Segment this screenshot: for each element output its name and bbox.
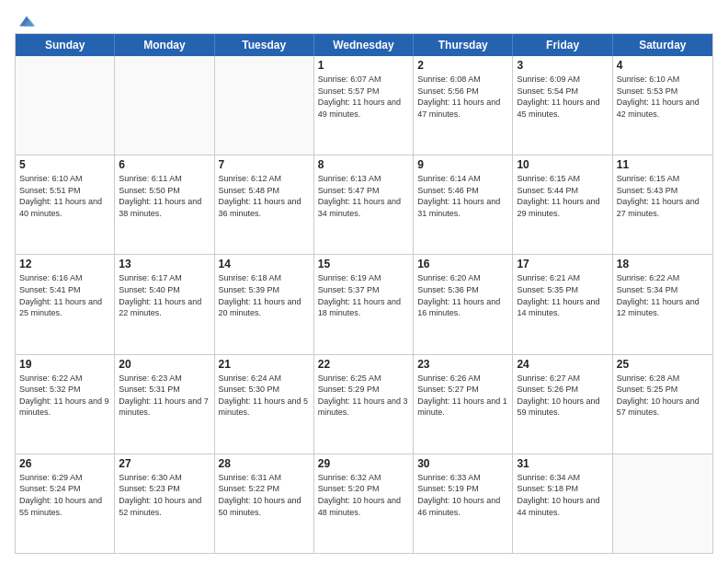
day-number: 1 bbox=[318, 59, 409, 72]
calendar-day-cell: 19Sunrise: 6:22 AM Sunset: 5:32 PM Dayli… bbox=[16, 355, 115, 454]
calendar-header-cell: Wednesday bbox=[314, 34, 414, 56]
day-number: 3 bbox=[517, 59, 608, 72]
calendar-header-cell: Sunday bbox=[16, 34, 115, 56]
calendar-day-cell: 12Sunrise: 6:16 AM Sunset: 5:41 PM Dayli… bbox=[16, 255, 115, 353]
day-number: 6 bbox=[119, 158, 210, 171]
day-info: Sunrise: 6:15 AM Sunset: 5:44 PM Dayligh… bbox=[517, 173, 608, 219]
calendar-day-cell: 11Sunrise: 6:15 AM Sunset: 5:43 PM Dayli… bbox=[613, 155, 712, 254]
calendar-week-row: 5Sunrise: 6:10 AM Sunset: 5:51 PM Daylig… bbox=[16, 155, 712, 255]
calendar-day-cell: 30Sunrise: 6:33 AM Sunset: 5:19 PM Dayli… bbox=[414, 454, 513, 553]
day-info: Sunrise: 6:22 AM Sunset: 5:32 PM Dayligh… bbox=[19, 373, 110, 419]
day-info: Sunrise: 6:32 AM Sunset: 5:20 PM Dayligh… bbox=[318, 472, 409, 518]
day-info: Sunrise: 6:11 AM Sunset: 5:50 PM Dayligh… bbox=[119, 173, 210, 219]
calendar: SundayMondayTuesdayWednesdayThursdayFrid… bbox=[15, 33, 713, 554]
day-info: Sunrise: 6:31 AM Sunset: 5:22 PM Dayligh… bbox=[219, 472, 310, 518]
calendar-day-cell: 29Sunrise: 6:32 AM Sunset: 5:20 PM Dayli… bbox=[314, 454, 414, 553]
day-number: 27 bbox=[119, 457, 210, 470]
day-info: Sunrise: 6:26 AM Sunset: 5:27 PM Dayligh… bbox=[417, 373, 508, 419]
day-number: 28 bbox=[219, 457, 310, 470]
day-info: Sunrise: 6:10 AM Sunset: 5:53 PM Dayligh… bbox=[617, 74, 709, 120]
day-info: Sunrise: 6:19 AM Sunset: 5:37 PM Dayligh… bbox=[318, 272, 409, 318]
calendar-day-cell: 2Sunrise: 6:08 AM Sunset: 5:56 PM Daylig… bbox=[414, 56, 513, 155]
day-info: Sunrise: 6:17 AM Sunset: 5:40 PM Dayligh… bbox=[119, 272, 210, 318]
day-info: Sunrise: 6:14 AM Sunset: 5:46 PM Dayligh… bbox=[417, 173, 508, 219]
calendar-day-cell: 21Sunrise: 6:24 AM Sunset: 5:30 PM Dayli… bbox=[215, 355, 314, 454]
calendar-day-cell: 24Sunrise: 6:27 AM Sunset: 5:26 PM Dayli… bbox=[513, 355, 612, 454]
day-number: 7 bbox=[219, 158, 310, 171]
day-info: Sunrise: 6:13 AM Sunset: 5:47 PM Dayligh… bbox=[318, 173, 409, 219]
calendar-day-cell: 15Sunrise: 6:19 AM Sunset: 5:37 PM Dayli… bbox=[314, 255, 414, 353]
day-info: Sunrise: 6:20 AM Sunset: 5:36 PM Dayligh… bbox=[417, 272, 508, 318]
day-info: Sunrise: 6:15 AM Sunset: 5:43 PM Dayligh… bbox=[617, 173, 709, 219]
calendar-week-row: 1Sunrise: 6:07 AM Sunset: 5:57 PM Daylig… bbox=[16, 56, 712, 155]
day-number: 26 bbox=[19, 457, 110, 470]
day-number: 9 bbox=[417, 158, 508, 171]
day-number: 18 bbox=[617, 258, 709, 270]
calendar-day-cell: 28Sunrise: 6:31 AM Sunset: 5:22 PM Dayli… bbox=[215, 454, 314, 553]
calendar-day-cell: 7Sunrise: 6:12 AM Sunset: 5:48 PM Daylig… bbox=[215, 155, 314, 254]
calendar-header-cell: Thursday bbox=[414, 34, 513, 56]
calendar-header-cell: Saturday bbox=[613, 34, 712, 56]
calendar-header-cell: Friday bbox=[513, 34, 612, 56]
day-number: 12 bbox=[19, 258, 110, 270]
calendar-day-cell: 6Sunrise: 6:11 AM Sunset: 5:50 PM Daylig… bbox=[115, 155, 214, 254]
day-info: Sunrise: 6:08 AM Sunset: 5:56 PM Dayligh… bbox=[417, 74, 508, 120]
day-number: 4 bbox=[617, 59, 709, 72]
day-number: 24 bbox=[517, 358, 608, 371]
day-number: 15 bbox=[318, 258, 409, 270]
calendar-day-cell: 25Sunrise: 6:28 AM Sunset: 5:25 PM Dayli… bbox=[613, 355, 712, 454]
calendar-day-cell: 31Sunrise: 6:34 AM Sunset: 5:18 PM Dayli… bbox=[513, 454, 612, 553]
calendar-day-cell: 16Sunrise: 6:20 AM Sunset: 5:36 PM Dayli… bbox=[414, 255, 513, 353]
calendar-day-cell: 8Sunrise: 6:13 AM Sunset: 5:47 PM Daylig… bbox=[314, 155, 414, 254]
calendar-day-cell: 23Sunrise: 6:26 AM Sunset: 5:27 PM Dayli… bbox=[414, 355, 513, 454]
calendar-week-row: 19Sunrise: 6:22 AM Sunset: 5:32 PM Dayli… bbox=[16, 355, 712, 454]
day-number: 2 bbox=[417, 59, 508, 72]
calendar-header-row: SundayMondayTuesdayWednesdayThursdayFrid… bbox=[16, 34, 712, 56]
day-info: Sunrise: 6:27 AM Sunset: 5:26 PM Dayligh… bbox=[517, 373, 608, 419]
day-number: 29 bbox=[318, 457, 409, 470]
calendar-header-cell: Monday bbox=[115, 34, 214, 56]
page: SundayMondayTuesdayWednesdayThursdayFrid… bbox=[0, 0, 728, 563]
day-number: 19 bbox=[19, 358, 110, 371]
calendar-day-cell: 26Sunrise: 6:29 AM Sunset: 5:24 PM Dayli… bbox=[16, 454, 115, 553]
day-info: Sunrise: 6:07 AM Sunset: 5:57 PM Dayligh… bbox=[318, 74, 409, 120]
day-number: 22 bbox=[318, 358, 409, 371]
calendar-day-cell: 1Sunrise: 6:07 AM Sunset: 5:57 PM Daylig… bbox=[314, 56, 414, 155]
header bbox=[15, 11, 713, 28]
day-number: 20 bbox=[119, 358, 210, 371]
calendar-day-cell: 4Sunrise: 6:10 AM Sunset: 5:53 PM Daylig… bbox=[613, 56, 712, 155]
day-number: 8 bbox=[318, 158, 409, 171]
calendar-empty-cell bbox=[16, 56, 115, 155]
day-number: 16 bbox=[417, 258, 508, 270]
day-info: Sunrise: 6:16 AM Sunset: 5:41 PM Dayligh… bbox=[19, 272, 110, 318]
calendar-day-cell: 14Sunrise: 6:18 AM Sunset: 5:39 PM Dayli… bbox=[215, 255, 314, 353]
day-number: 17 bbox=[517, 258, 608, 270]
calendar-week-row: 12Sunrise: 6:16 AM Sunset: 5:41 PM Dayli… bbox=[16, 255, 712, 354]
day-info: Sunrise: 6:34 AM Sunset: 5:18 PM Dayligh… bbox=[517, 472, 608, 518]
day-number: 10 bbox=[517, 158, 608, 171]
day-info: Sunrise: 6:12 AM Sunset: 5:48 PM Dayligh… bbox=[219, 173, 310, 219]
calendar-day-cell: 18Sunrise: 6:22 AM Sunset: 5:34 PM Dayli… bbox=[613, 255, 712, 353]
calendar-day-cell: 17Sunrise: 6:21 AM Sunset: 5:35 PM Dayli… bbox=[513, 255, 612, 353]
day-info: Sunrise: 6:25 AM Sunset: 5:29 PM Dayligh… bbox=[318, 373, 409, 419]
day-number: 11 bbox=[617, 158, 709, 171]
calendar-empty-cell bbox=[115, 56, 214, 155]
day-number: 30 bbox=[417, 457, 508, 470]
day-info: Sunrise: 6:33 AM Sunset: 5:19 PM Dayligh… bbox=[417, 472, 508, 518]
day-number: 23 bbox=[417, 358, 508, 371]
day-number: 21 bbox=[219, 358, 310, 371]
day-number: 13 bbox=[119, 258, 210, 270]
day-number: 31 bbox=[517, 457, 608, 470]
day-info: Sunrise: 6:10 AM Sunset: 5:51 PM Dayligh… bbox=[19, 173, 110, 219]
day-info: Sunrise: 6:29 AM Sunset: 5:24 PM Dayligh… bbox=[19, 472, 110, 518]
day-number: 25 bbox=[617, 358, 709, 371]
calendar-day-cell: 13Sunrise: 6:17 AM Sunset: 5:40 PM Dayli… bbox=[115, 255, 214, 353]
day-info: Sunrise: 6:09 AM Sunset: 5:54 PM Dayligh… bbox=[517, 74, 608, 120]
calendar-empty-cell bbox=[215, 56, 314, 155]
day-info: Sunrise: 6:28 AM Sunset: 5:25 PM Dayligh… bbox=[617, 373, 709, 419]
logo-icon bbox=[17, 11, 37, 31]
calendar-day-cell: 10Sunrise: 6:15 AM Sunset: 5:44 PM Dayli… bbox=[513, 155, 612, 254]
calendar-day-cell: 3Sunrise: 6:09 AM Sunset: 5:54 PM Daylig… bbox=[513, 56, 612, 155]
calendar-day-cell: 9Sunrise: 6:14 AM Sunset: 5:46 PM Daylig… bbox=[414, 155, 513, 254]
calendar-day-cell: 22Sunrise: 6:25 AM Sunset: 5:29 PM Dayli… bbox=[314, 355, 414, 454]
